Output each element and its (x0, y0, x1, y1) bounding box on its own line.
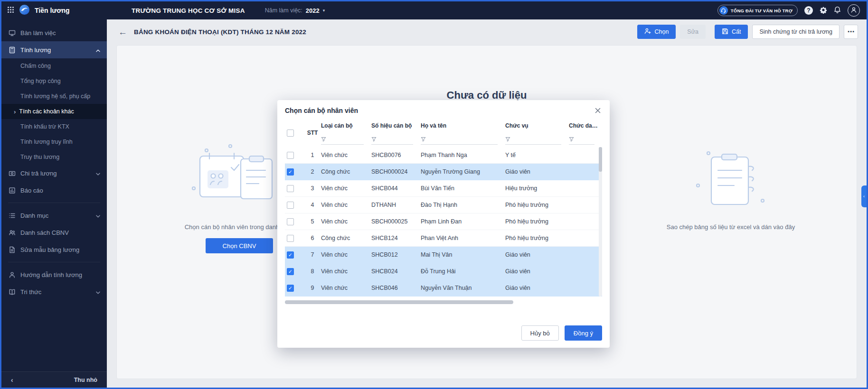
table-row[interactable]: ✓ 7 Viên chức SHCB012 Mai Thị Vân Giáo v… (285, 247, 602, 263)
table-row[interactable]: 6 Công chức SHCB124 Phan Việt Anh Phó hi… (285, 230, 602, 247)
support-hotline-button[interactable]: TỔNG ĐÀI TƯ VẤN HỖ TRỢ (717, 5, 798, 16)
cell-so-hieu: DTHANH (371, 202, 421, 208)
row-checkbox[interactable]: ✓ (287, 168, 294, 176)
cancel-button[interactable]: Hủy bỏ (521, 325, 559, 341)
sidebar-subitem-cham-cong[interactable]: Chấm công (1, 58, 107, 74)
sidebar-collapse-button[interactable]: ‹ Thu nhỏ (1, 371, 107, 388)
sidebar-subitem-truy-thu-luong[interactable]: Truy thu lương (1, 149, 107, 165)
more-button[interactable]: ⋯ (844, 25, 858, 39)
working-year-label: Năm làm việc: (265, 7, 302, 14)
row-checkbox[interactable] (287, 152, 294, 159)
table-row[interactable]: 1 Viên chức SHCB0076 Phạm Thanh Nga Y tế (285, 147, 602, 164)
vertical-scrollbar[interactable] (599, 147, 602, 296)
modal-header: Chọn cán bộ nhân viên (277, 100, 610, 119)
sidebar-item-sua-mau-bang-luong[interactable]: Sửa mẫu bảng lương (1, 241, 107, 258)
app-launcher-button[interactable] (7, 6, 14, 15)
help-button[interactable]: ? (804, 6, 813, 15)
user-avatar[interactable] (848, 4, 860, 17)
cell-loai-can-bo: Viên chức (321, 268, 371, 275)
row-checkbox[interactable] (287, 218, 294, 225)
row-checkbox[interactable]: ✓ (287, 251, 294, 259)
cell-chuc-vu: Phó hiệu trưởng (505, 235, 569, 241)
sidebar-item-chi-tra-luong[interactable]: Chi trả lương (1, 165, 107, 182)
sidebar-subitem-tinh-luong-he-so[interactable]: Tính lương hệ số, phụ cấp (1, 89, 107, 104)
settings-button[interactable] (820, 6, 827, 15)
filter-loai-can-bo[interactable] (321, 134, 364, 145)
desktop-icon (8, 29, 16, 37)
column-header-ho-ten: Họ và tên (421, 122, 505, 129)
chevron-up-icon (96, 46, 100, 54)
sua-button[interactable]: Sửa (680, 25, 706, 39)
cell-ho-ten: Đỗ Trung Hải (421, 268, 505, 275)
cell-loai-can-bo: Công chức (321, 168, 371, 175)
horizontal-scrollbar-thumb[interactable] (285, 300, 513, 304)
back-button[interactable]: ← (118, 28, 127, 37)
row-checkbox[interactable] (287, 185, 294, 192)
sidebar-item-tinh-luong[interactable]: Tính lương (1, 41, 107, 58)
chon-cbnv-button[interactable]: Chọn CBNV (206, 238, 274, 253)
table-row[interactable]: 3 Viên chức SHCB044 Bùi Văn Tiến Hiệu tr… (285, 180, 602, 197)
sidebar-subitem-tinh-luong-truy-linh[interactable]: Tính lương truy lĩnh (1, 134, 107, 149)
row-checkbox[interactable]: ✓ (287, 268, 294, 275)
horizontal-scrollbar[interactable] (285, 300, 602, 304)
sidebar-item-danh-sach-cbnv[interactable]: Danh sách CBNV (1, 224, 107, 241)
table-row[interactable]: ✓ 8 Viên chức SHCB024 Đỗ Trung Hải Giáo … (285, 263, 602, 280)
page-actions: Chọn Sửa Cất Sinh chứng từ chi trả lương… (637, 25, 858, 39)
filter-chuc-vu[interactable] (505, 134, 561, 145)
table-row[interactable]: 5 Viên chức SBCH000025 Phạm Linh Đan Phó… (285, 213, 602, 230)
vertical-scrollbar-thumb[interactable] (599, 147, 602, 172)
document-edit-icon (8, 246, 16, 253)
org-name: TRƯỜNG TRUNG HỌC CƠ SỞ MISA (132, 7, 245, 14)
app-window: Tiền lương TRƯỜNG TRUNG HỌC CƠ SỞ MISA N… (0, 0, 868, 389)
sidebar-item-bao-cao[interactable]: Báo cáo (1, 182, 107, 199)
bell-icon (834, 6, 841, 15)
sidebar-subitem-tinh-cac-khoan-khac[interactable]: › Tính các khoản khác (1, 104, 107, 119)
row-checkbox[interactable]: ✓ (287, 285, 294, 292)
cell-so-hieu: SHCB044 (371, 185, 421, 192)
sidebar-divider (8, 262, 100, 262)
row-checkbox[interactable] (287, 202, 294, 209)
filter-chuc-danh[interactable] (569, 134, 594, 145)
app-name: Tiền lương (35, 7, 70, 14)
support-panel-handle[interactable]: ‹ (861, 185, 867, 207)
sidebar-item-huong-dan-tinh-luong[interactable]: Hướng dẫn tính lương (1, 266, 107, 283)
cell-ho-ten: Nguyễn Văn Thuận (421, 285, 505, 291)
table-header: STT Loại cán bộ Số hiệu cán bộ Họ và tên… (285, 119, 602, 147)
book-icon (8, 288, 16, 296)
sinh-chung-tu-button[interactable]: Sinh chứng từ chi trả lương (752, 25, 840, 39)
working-year-selector[interactable]: Năm làm việc: 2022 ▾ (265, 7, 325, 14)
cell-stt: 7 (304, 251, 321, 258)
sidebar-item-danh-muc[interactable]: Danh mục (1, 207, 107, 224)
filter-ho-ten[interactable] (421, 134, 498, 145)
calculator-icon (8, 46, 16, 54)
sidebar-subitem-tinh-khau-tru-ktx[interactable]: Tính khấu trừ KTX (1, 119, 107, 134)
people-icon (8, 229, 16, 236)
table-row[interactable]: ✓ 9 Viên chức SHCB046 Nguyễn Văn Thuận G… (285, 280, 602, 296)
cell-chuc-vu: Phó hiệu trưởng (505, 202, 569, 208)
table-body: 1 Viên chức SHCB0076 Phạm Thanh Nga Y tế… (285, 147, 602, 296)
table-row[interactable]: ✓ 2 Công chức SBCH000024 Nguyễn Trường G… (285, 164, 602, 180)
empty-right-caption: Sao chép bảng số liệu từ excel và dán và… (667, 223, 795, 231)
cell-stt: 8 (304, 268, 321, 275)
cell-stt: 4 (304, 202, 321, 208)
sidebar-item-label: Tính lương (20, 46, 91, 54)
confirm-button[interactable]: Đồng ý (565, 325, 602, 341)
column-header-stt: STT (304, 130, 321, 136)
sidebar-subitem-tong-hop-cong[interactable]: Tổng hợp công (1, 74, 107, 89)
filter-so-hieu[interactable] (371, 134, 413, 145)
active-marker-icon: › (14, 108, 16, 115)
close-icon[interactable] (594, 106, 602, 115)
select-all-checkbox[interactable] (287, 130, 294, 137)
guide-person-icon (8, 271, 16, 278)
sidebar-item-tri-thuc[interactable]: Tri thức (1, 283, 107, 300)
cell-ho-ten: Mai Thị Vân (421, 251, 505, 258)
cell-chuc-vu: Y tế (505, 152, 569, 158)
wallet-icon (8, 170, 16, 177)
cat-button[interactable]: Cất (715, 25, 748, 39)
table-row[interactable]: 4 Viên chức DTHANH Đào Thị Hạnh Phó hiệu… (285, 197, 602, 213)
notifications-button[interactable] (834, 6, 841, 15)
chon-button[interactable]: Chọn (637, 25, 676, 39)
employee-table: STT Loại cán bộ Số hiệu cán bộ Họ và tên… (285, 119, 602, 318)
sidebar-item-ban-lam-viec[interactable]: Bàn làm việc (1, 24, 107, 41)
row-checkbox[interactable] (287, 235, 294, 242)
